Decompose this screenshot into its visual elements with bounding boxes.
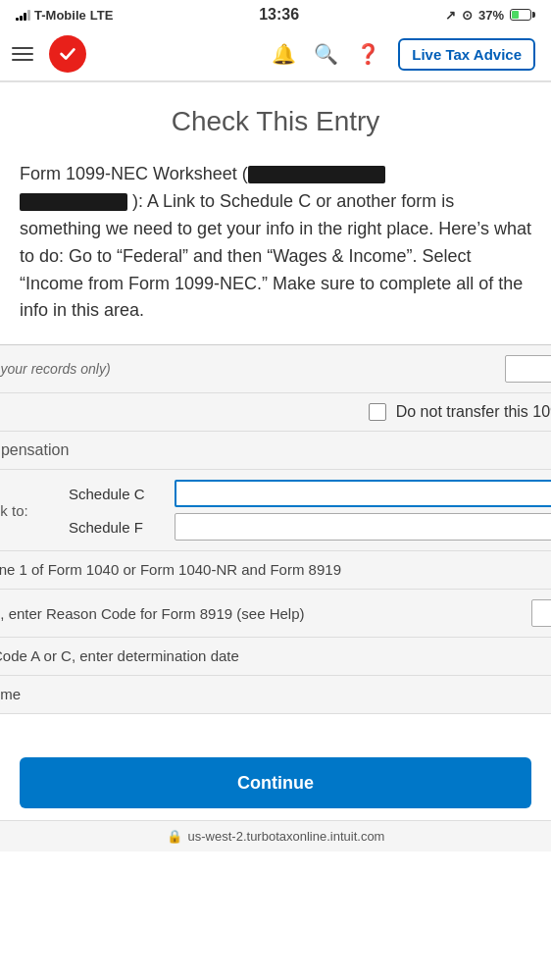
schedule-c-row: Schedule C	[69, 480, 551, 507]
search-icon[interactable]: 🔍	[314, 42, 338, 66]
help-icon[interactable]: ❓	[356, 42, 380, 66]
main-content: Check This Entry Form 1099-NEC Worksheet…	[0, 82, 551, 325]
schedule-c-input[interactable]	[175, 480, 551, 507]
menu-button[interactable]	[12, 47, 33, 61]
header-left	[12, 35, 86, 73]
compensation-label: npensation	[0, 441, 69, 458]
turbo-tax-logo	[49, 35, 86, 73]
url-bar: 🔒 us-west-2.turbotaxonline.intuit.com	[0, 820, 551, 851]
notification-icon[interactable]: 🔔	[272, 42, 296, 66]
do-not-transfer-checkbox[interactable]	[369, 403, 386, 421]
schedule-f-row: Schedule F	[69, 513, 551, 541]
schedule-f-label: Schedule F	[69, 519, 167, 536]
do-not-transfer-row: Do not transfer this 109	[0, 393, 551, 432]
link-to-row: nk to: Schedule C Schedule F	[0, 470, 551, 551]
form-name-prefix: Form 1099-NEC Worksheet (	[20, 164, 248, 183]
line1-row: line 1 of Form 1040 or Form 1040-NR and …	[0, 551, 551, 590]
schedule-c-label: Schedule C	[69, 486, 167, 502]
time-label: 13:36	[259, 6, 299, 24]
link-label: nk to:	[0, 502, 61, 519]
url-text: us-west-2.turbotaxonline.intuit.com	[188, 829, 385, 844]
message-text: Form 1099-NEC Worksheet ( ): A Link to S…	[20, 161, 531, 325]
reason-code-input[interactable]	[531, 599, 551, 627]
network-label: LTE	[90, 8, 114, 23]
airtag-icon: ⊙	[462, 8, 473, 23]
page-title: Check This Entry	[20, 106, 531, 137]
battery-percent: 37%	[478, 8, 504, 23]
carrier-label: T-Mobile	[34, 8, 86, 23]
status-bar: T-Mobile LTE 13:36 ↗ ⊙ 37%	[0, 0, 551, 27]
records-input[interactable]	[505, 355, 551, 383]
reason-code-text: d, enter Reason Code for Form 8919 (see …	[0, 605, 531, 622]
redacted-name-1	[248, 166, 385, 183]
live-tax-advice-button[interactable]: Live Tax Advice	[398, 38, 535, 71]
compensation-row: npensation	[0, 432, 551, 470]
bottom-button-area: Continue	[0, 738, 551, 820]
home-row: ome	[0, 676, 551, 714]
location-icon: ↗	[445, 8, 456, 23]
records-label: r your records only)	[0, 361, 111, 377]
home-label: ome	[0, 686, 21, 702]
signal-bars	[16, 9, 30, 21]
line1-text: line 1 of Form 1040 or Form 1040-NR and …	[0, 561, 341, 578]
status-left: T-Mobile LTE	[16, 8, 113, 23]
code-a-row: Code A or C, enter determination date	[0, 638, 551, 676]
reason-code-row: d, enter Reason Code for Form 8919 (see …	[0, 590, 551, 638]
status-right: ↗ ⊙ 37%	[445, 8, 535, 23]
lock-icon: 🔒	[167, 829, 182, 844]
continue-button[interactable]: Continue	[20, 757, 531, 808]
form-section: r your records only) Do not transfer thi…	[0, 344, 551, 714]
do-not-transfer-label: Do not transfer this 109	[396, 403, 551, 421]
spacer	[0, 714, 551, 738]
code-a-text: Code A or C, enter determination date	[0, 647, 239, 664]
form-row-records: r your records only)	[0, 345, 551, 393]
link-options: Schedule C Schedule F	[69, 480, 551, 541]
battery-icon	[510, 9, 535, 21]
redacted-name-2	[20, 193, 127, 211]
header: 🔔 🔍 ❓ Live Tax Advice	[0, 27, 551, 81]
header-icons: 🔔 🔍 ❓ Live Tax Advice	[272, 38, 535, 71]
schedule-f-input[interactable]	[175, 513, 551, 541]
